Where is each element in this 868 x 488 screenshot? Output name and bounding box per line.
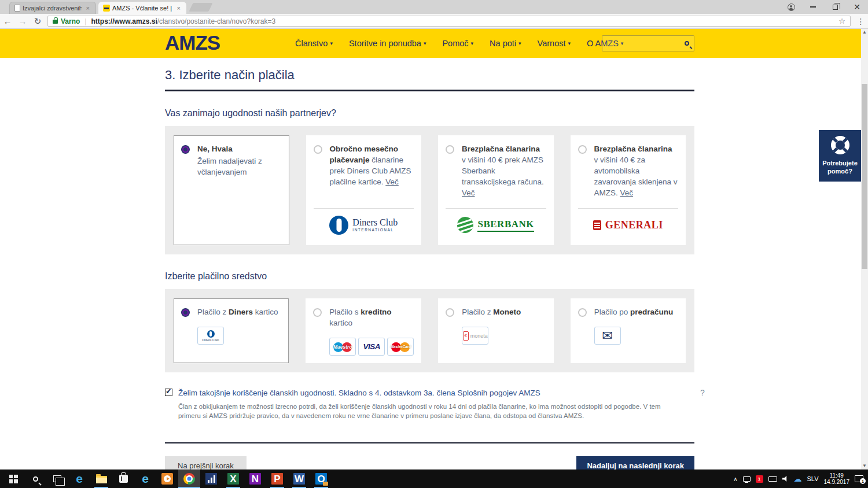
- tray-expand-icon[interactable]: ∧: [733, 476, 737, 482]
- chevron-down-icon: ▾: [471, 40, 474, 46]
- start-button[interactable]: [2, 469, 24, 488]
- browser-menu-icon[interactable]: ⋮: [854, 17, 868, 26]
- system-tray: ∧ 1 ☁ SLV 11:49 14.9.2017 1: [733, 469, 868, 488]
- partner-option-diners[interactable]: Obročno mesečno plačevanje članarine pre…: [306, 135, 422, 245]
- tab-close-icon[interactable]: ×: [176, 5, 182, 12]
- radio-button[interactable]: [446, 308, 454, 317]
- scroll-up-arrow[interactable]: ▲: [861, 29, 868, 36]
- sberbank-icon: [455, 215, 476, 235]
- search-icon[interactable]: [685, 41, 689, 46]
- tab-amzs[interactable]: AMZS - Včlanite se! | AM ×: [98, 2, 186, 14]
- radio-button[interactable]: [181, 308, 190, 317]
- tab-close-icon[interactable]: ×: [85, 5, 91, 12]
- vec-link[interactable]: Več: [620, 188, 634, 197]
- profile-button[interactable]: [780, 0, 802, 14]
- chrome-icon: [183, 473, 195, 485]
- security-label[interactable]: Varno: [61, 17, 80, 25]
- new-tab-button[interactable]: [189, 3, 213, 12]
- menu-napoti[interactable]: Na poti▾: [490, 39, 521, 48]
- address-bar[interactable]: Varno | https://www.amzs.si /clanstvo/po…: [47, 16, 851, 27]
- partner-option-ne-hvala[interactable]: Ne, Hvala Želim nadaljevati z včlanjevan…: [174, 135, 289, 245]
- tab-title: Izvajalci zdravstvenih sto: [23, 5, 82, 12]
- menu-pomoc[interactable]: Pomoč▾: [442, 39, 473, 48]
- page-content: 3. Izberite način plačila Vas zanimajo u…: [0, 58, 861, 469]
- envelope-icon: ✉: [602, 330, 612, 342]
- radio-button[interactable]: [313, 308, 322, 317]
- url-host: https://www.amzs.si: [91, 17, 157, 25]
- taskbar-excel[interactable]: X: [222, 469, 244, 488]
- search-icon: [33, 476, 38, 482]
- windows-taskbar: e e X N P W O ∧ 1 ☁ SLV 11:49 14.9.2017: [0, 469, 868, 488]
- consent-label[interactable]: Želim takojšnje koriščenje članskih ugod…: [178, 388, 540, 398]
- radio-button[interactable]: [578, 145, 587, 154]
- taskbar-onenote[interactable]: N: [244, 469, 266, 488]
- consent-checkbox[interactable]: [165, 389, 172, 396]
- search-input[interactable]: [602, 35, 694, 51]
- scroll-down-arrow[interactable]: ▼: [861, 463, 868, 469]
- bookmark-star-icon[interactable]: ☆: [838, 17, 845, 25]
- taskbar-internet-explorer[interactable]: e: [134, 469, 156, 488]
- payment-option-moneta[interactable]: Plačilo z Moneto € moneta: [438, 298, 553, 363]
- restore-button[interactable]: [824, 0, 846, 14]
- secure-lock-icon: [53, 20, 58, 24]
- partner-option-sberbank[interactable]: Brezplačna članarina v višini 40 € prek …: [438, 135, 554, 245]
- phone-icon: €: [463, 331, 469, 341]
- partner-option-generali[interactable]: Brezplačna članarina v višini 40 € za av…: [571, 135, 686, 245]
- back-button[interactable]: ←: [0, 16, 15, 26]
- payment-option-predracun[interactable]: Plačilo po predračunu ✉: [571, 298, 686, 363]
- reload-button[interactable]: ↻: [30, 16, 45, 27]
- radio-button[interactable]: [314, 145, 322, 154]
- language-indicator[interactable]: SLV: [807, 475, 819, 482]
- payment-option-diners[interactable]: Plačilo z Diners kartico Diners Club: [174, 298, 289, 363]
- radio-button[interactable]: [446, 145, 454, 154]
- taskbar-clock[interactable]: 11:49 14.9.2017: [824, 472, 850, 486]
- menu-varnost[interactable]: Varnost▾: [538, 39, 571, 48]
- tray-alert-icon[interactable]: 1: [756, 475, 763, 483]
- task-view-button[interactable]: [46, 469, 68, 488]
- help-question-icon[interactable]: ?: [700, 388, 705, 397]
- browser-tabstrip: Izvajalci zdravstvenih sto × AMZS - Včla…: [0, 0, 868, 14]
- store-icon: [119, 475, 128, 483]
- word-icon: W: [293, 473, 305, 485]
- menu-clanstvo[interactable]: Članstvo▾: [295, 39, 333, 48]
- help-panel-button[interactable]: Potrebujete pomoč?: [819, 130, 861, 182]
- menu-storitve[interactable]: Storitve in ponudba▾: [349, 39, 426, 48]
- close-button[interactable]: ✕: [846, 0, 868, 14]
- payment-section-heading: Izberite plačilno sredstvo: [165, 271, 694, 282]
- touch-keyboard-icon[interactable]: [768, 476, 777, 482]
- taskbar-power-bi[interactable]: [200, 469, 222, 488]
- radio-button[interactable]: [578, 308, 587, 317]
- taskbar-media-player[interactable]: [156, 469, 178, 488]
- option-title: Ne, Hvala: [197, 143, 282, 154]
- vec-link[interactable]: Več: [462, 188, 475, 197]
- page-scrollbar[interactable]: ▲ ▼: [861, 29, 868, 469]
- generali-icon: [593, 220, 601, 230]
- speaker-icon[interactable]: [782, 476, 789, 482]
- network-display-icon[interactable]: [743, 476, 751, 482]
- taskbar-word[interactable]: W: [288, 469, 310, 488]
- tab-izvajalci[interactable]: Izvajalci zdravstvenih sto ×: [9, 2, 96, 14]
- outlook-icon: O: [315, 473, 327, 485]
- radio-button[interactable]: [181, 145, 190, 154]
- taskbar-store[interactable]: [112, 469, 134, 488]
- bottom-rule: [165, 442, 694, 443]
- minimize-button[interactable]: [802, 0, 824, 14]
- payment-options-box: Plačilo z Diners kartico Diners Club Pla…: [165, 289, 694, 372]
- action-center-icon[interactable]: 1: [855, 475, 863, 482]
- sberbank-logo: SBERBANK: [477, 219, 534, 232]
- payment-option-credit-card[interactable]: Plačilo s kreditno kartico Maestro VISA …: [306, 298, 421, 363]
- taskbar-chrome[interactable]: [178, 469, 200, 488]
- taskbar-search-button[interactable]: [24, 469, 46, 488]
- vec-link[interactable]: Več: [385, 178, 399, 186]
- partner-section-heading: Vas zanimajo ugodnosti naših partnerjev?: [165, 108, 694, 119]
- forward-button[interactable]: →: [15, 16, 30, 26]
- taskbar-outlook[interactable]: O: [310, 469, 332, 488]
- amzs-logo[interactable]: AMZS: [165, 31, 220, 54]
- person-icon: [788, 3, 795, 11]
- taskbar-edge[interactable]: e: [68, 469, 90, 488]
- taskbar-file-explorer[interactable]: [90, 469, 112, 488]
- taskbar-powerpoint[interactable]: P: [266, 469, 288, 488]
- onedrive-cloud-icon[interactable]: ☁: [794, 475, 802, 483]
- page-title: 3. Izberite način plačila: [165, 58, 694, 83]
- scrollbar-thumb[interactable]: [862, 84, 867, 269]
